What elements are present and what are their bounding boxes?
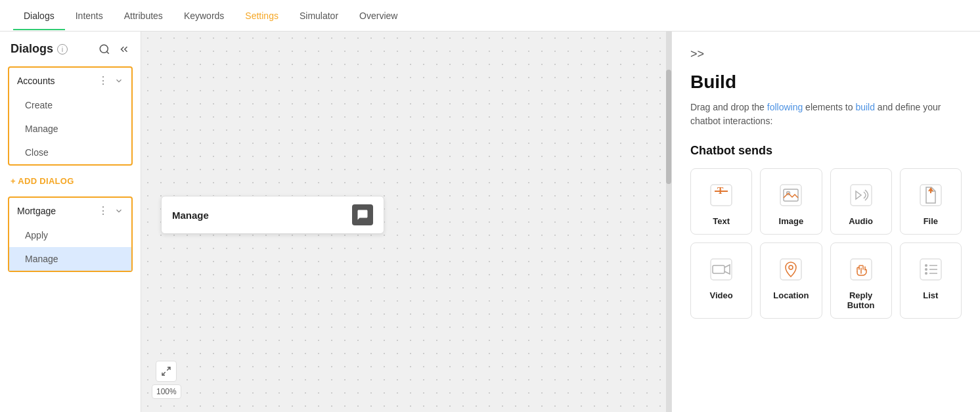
canvas-node[interactable]: Manage	[161, 196, 384, 234]
video-label: Video	[710, 290, 733, 300]
text-label: Text	[713, 216, 730, 226]
nav-item-attributes[interactable]: Attributes	[114, 1, 173, 30]
expand-panel-button[interactable]: >>	[690, 47, 962, 61]
component-image[interactable]: Image	[760, 168, 822, 235]
svg-line-1	[106, 51, 108, 53]
component-video[interactable]: Video	[690, 242, 752, 319]
file-label: File	[924, 216, 938, 226]
sidebar: Dialogs i Accounts	[0, 32, 141, 412]
svg-rect-15	[713, 265, 724, 273]
svg-point-17	[789, 265, 793, 269]
video-component-icon	[705, 254, 737, 285]
nav-item-dialogs[interactable]: Dialogs	[13, 1, 65, 30]
file-component-icon	[915, 179, 947, 211]
reply-button-component-icon	[845, 254, 877, 285]
mortgage-more-icon[interactable]: ⋮	[98, 204, 109, 217]
image-label: Image	[779, 216, 804, 226]
accounts-group-actions: ⋮	[98, 74, 123, 87]
description-highlight-build: build	[855, 102, 875, 112]
panel-description: Drag and drop the following elements to …	[690, 101, 962, 128]
component-location[interactable]: Location	[760, 242, 822, 319]
canvas-node-chat-icon	[352, 204, 373, 225]
component-list[interactable]: List	[900, 242, 962, 319]
accounts-dialog-group: Accounts ⋮ Create Manage Close	[8, 66, 133, 166]
mortgage-sub-manage[interactable]: Manage	[9, 247, 131, 271]
mortgage-dialog-group: Mortgage ⋮ Apply Manage	[8, 196, 133, 272]
description-highlight-following: following	[767, 102, 803, 112]
collapse-icon[interactable]	[118, 43, 130, 55]
accounts-sub-close[interactable]: Close	[9, 141, 131, 164]
accounts-chevron-icon[interactable]	[114, 76, 123, 85]
search-icon[interactable]	[99, 43, 110, 55]
sidebar-title: Dialogs	[11, 42, 53, 56]
canvas-scrollbar-thumb	[666, 70, 671, 184]
accounts-group-name: Accounts	[17, 76, 55, 86]
svg-text:T: T	[717, 186, 724, 196]
add-dialog-button[interactable]: + ADD DIALOG	[0, 171, 141, 191]
accounts-sub-create[interactable]: Create	[9, 93, 131, 117]
mortgage-chevron-icon[interactable]	[114, 206, 123, 216]
accounts-more-icon[interactable]: ⋮	[98, 74, 109, 87]
list-component-icon	[915, 254, 947, 285]
accounts-group-header[interactable]: Accounts ⋮	[9, 68, 131, 93]
accounts-sub-manage[interactable]: Manage	[9, 117, 131, 141]
svg-point-22	[925, 268, 927, 271]
mortgage-group-actions: ⋮	[98, 204, 123, 217]
list-label: List	[923, 290, 938, 300]
zoom-label: 100%	[152, 384, 181, 399]
image-component-icon	[775, 179, 807, 211]
zoom-control: 100%	[152, 361, 181, 399]
svg-point-0	[100, 45, 108, 53]
reply-button-label: Reply Button	[836, 290, 886, 310]
chatbot-sends-title: Chatbot sends	[690, 144, 962, 158]
svg-line-3	[162, 372, 166, 375]
svg-line-2	[167, 367, 171, 371]
component-text[interactable]: T Text	[690, 168, 752, 235]
canvas-scrollbar[interactable]	[666, 32, 671, 412]
audio-label: Audio	[849, 216, 873, 226]
nav-item-settings[interactable]: Settings	[234, 1, 289, 30]
main-layout: Dialogs i Accounts	[0, 32, 980, 412]
fit-screen-button[interactable]	[156, 361, 177, 382]
right-panel: >> Build Drag and drop the following ele…	[671, 32, 980, 412]
text-component-icon: T	[705, 179, 737, 211]
nav-item-simulator[interactable]: Simulator	[289, 1, 349, 30]
nav-item-overview[interactable]: Overview	[349, 1, 408, 30]
svg-rect-14	[711, 259, 732, 280]
audio-component-icon	[845, 179, 877, 211]
mortgage-group-name: Mortgage	[17, 206, 56, 216]
info-icon[interactable]: i	[57, 44, 68, 55]
component-file[interactable]: File	[900, 168, 962, 235]
component-reply-button[interactable]: Reply Button	[830, 242, 892, 319]
mortgage-group-header[interactable]: Mortgage ⋮	[9, 198, 131, 223]
nav-item-keywords[interactable]: Keywords	[173, 1, 234, 30]
svg-point-24	[925, 272, 927, 275]
panel-title: Build	[690, 72, 962, 93]
location-label: Location	[773, 290, 809, 300]
location-component-icon	[775, 254, 807, 285]
component-audio[interactable]: Audio	[830, 168, 892, 235]
nav-item-intents[interactable]: Intents	[65, 1, 114, 30]
svg-point-20	[925, 264, 927, 267]
svg-marker-11	[856, 191, 861, 199]
sidebar-icons	[99, 43, 130, 55]
mortgage-sub-apply[interactable]: Apply	[9, 223, 131, 247]
canvas-area[interactable]: Manage 100%	[141, 32, 671, 412]
canvas-node-label: Manage	[172, 210, 209, 221]
component-grid: T Text Image	[690, 168, 962, 319]
top-nav: Dialogs Intents Attributes Keywords Sett…	[0, 0, 980, 32]
sidebar-header: Dialogs i	[0, 32, 141, 61]
